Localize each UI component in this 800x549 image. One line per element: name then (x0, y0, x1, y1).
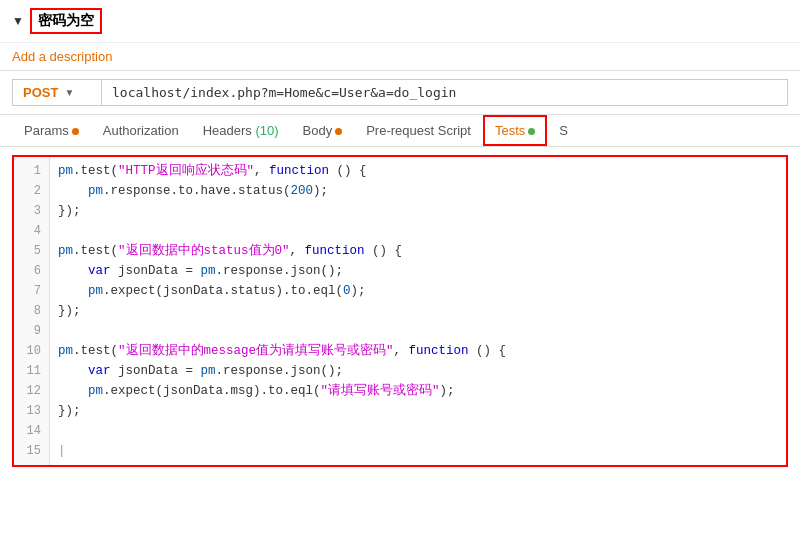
code-line-14 (58, 421, 786, 441)
line-num-4: 4 (14, 221, 49, 241)
tab-authorization[interactable]: Authorization (91, 115, 191, 146)
code-line-12: pm.expect(jsonData.msg).to.eql("请填写账号或密码… (58, 381, 786, 401)
line-num-12: 12 (14, 381, 49, 401)
code-editor[interactable]: 1 2 3 4 5 6 7 8 9 10 11 12 13 14 15 pm.t… (12, 155, 788, 467)
url-input[interactable] (102, 79, 788, 106)
tab-params[interactable]: Params (12, 115, 91, 146)
add-description-link[interactable]: Add a description (0, 43, 800, 70)
params-dot (72, 128, 79, 135)
body-dot (335, 128, 342, 135)
code-lines[interactable]: pm.test("HTTP返回响应状态码", function () { pm.… (50, 157, 786, 465)
line-num-7: 7 (14, 281, 49, 301)
code-line-11: var jsonData = pm.response.json(); (58, 361, 786, 381)
line-num-14: 14 (14, 421, 49, 441)
code-line-8: }); (58, 301, 786, 321)
line-num-9: 9 (14, 321, 49, 341)
tab-s[interactable]: S (547, 115, 580, 146)
code-line-6: var jsonData = pm.response.json(); (58, 261, 786, 281)
tests-dot (528, 128, 535, 135)
line-num-13: 13 (14, 401, 49, 421)
collapse-arrow[interactable]: ▼ (12, 14, 24, 28)
tab-tests[interactable]: Tests (483, 115, 547, 146)
line-num-8: 8 (14, 301, 49, 321)
code-line-13: }); (58, 401, 786, 421)
line-num-6: 6 (14, 261, 49, 281)
method-dropdown-arrow: ▼ (64, 87, 74, 98)
method-select[interactable]: POST ▼ (12, 79, 102, 106)
line-num-10: 10 (14, 341, 49, 361)
code-line-9 (58, 321, 786, 341)
line-numbers: 1 2 3 4 5 6 7 8 9 10 11 12 13 14 15 (14, 157, 50, 465)
code-line-7: pm.expect(jsonData.status).to.eql(0); (58, 281, 786, 301)
code-line-10: pm.test("返回数据中的message值为请填写账号或密码", funct… (58, 341, 786, 361)
code-line-4 (58, 221, 786, 241)
code-line-1: pm.test("HTTP返回响应状态码", function () { (58, 161, 786, 181)
tab-body[interactable]: Body (291, 115, 355, 146)
line-num-1: 1 (14, 161, 49, 181)
tabs-bar: Params Authorization Headers (10) Body P… (0, 115, 800, 147)
tab-headers[interactable]: Headers (10) (191, 115, 291, 146)
code-line-2: pm.response.to.have.status(200); (58, 181, 786, 201)
line-num-11: 11 (14, 361, 49, 381)
line-num-5: 5 (14, 241, 49, 261)
line-num-15: 15 (14, 441, 49, 461)
code-line-15: | (58, 441, 786, 461)
line-num-2: 2 (14, 181, 49, 201)
code-line-3: }); (58, 201, 786, 221)
url-bar: POST ▼ (0, 70, 800, 115)
request-title: 密码为空 (30, 8, 102, 34)
title-bar: ▼ 密码为空 (0, 0, 800, 43)
method-label: POST (23, 85, 58, 100)
tab-prerequest[interactable]: Pre-request Script (354, 115, 483, 146)
line-num-3: 3 (14, 201, 49, 221)
code-line-5: pm.test("返回数据中的status值为0", function () { (58, 241, 786, 261)
